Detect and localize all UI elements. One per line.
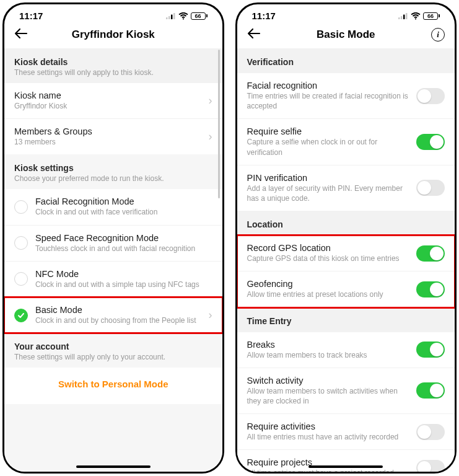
row-facial-recognition[interactable]: Facial recognition Time entries will be … <box>237 73 455 119</box>
svg-rect-7 <box>403 15 405 20</box>
mode-facial[interactable]: Facial Recognition Mode Clock in and out… <box>4 189 222 225</box>
toggle-geofencing[interactable] <box>416 281 445 298</box>
radio-unchecked[interactable] <box>14 200 28 214</box>
signal-icon <box>398 12 408 19</box>
wifi-icon <box>411 12 421 20</box>
row-members[interactable]: Members & Groups 13 members › <box>4 119 222 154</box>
chevron-right-icon: › <box>209 94 212 107</box>
highlight-location: Record GPS location Capture GPS data of … <box>237 236 455 307</box>
back-button[interactable] <box>14 28 28 42</box>
svg-rect-2 <box>171 15 173 20</box>
toggle-require-activities[interactable] <box>416 424 445 440</box>
toggle-switch-activity[interactable] <box>416 382 445 399</box>
row-geofencing[interactable]: Geofencing Allow time entries at preset … <box>237 271 455 307</box>
status-time: 11:17 <box>19 11 43 21</box>
chevron-right-icon: › <box>209 309 212 322</box>
toggle-gps[interactable] <box>416 245 445 262</box>
row-require-activities[interactable]: Require activities All time entries must… <box>237 414 455 450</box>
svg-rect-0 <box>166 17 168 19</box>
battery-icon: 66 <box>191 12 208 20</box>
back-button[interactable] <box>247 28 261 42</box>
phone-right: 11:17 66 Basic Mode i Verification Facia… <box>235 2 457 474</box>
home-indicator[interactable] <box>76 465 151 469</box>
toggle-require-projects[interactable] <box>416 460 445 472</box>
content: Verification Facial recognition Time ent… <box>237 48 455 472</box>
row-switch-activity[interactable]: Switch activity Allow team members to sw… <box>237 368 455 414</box>
radio-unchecked[interactable] <box>14 272 28 286</box>
svg-point-4 <box>182 18 183 19</box>
status-bar: 11:17 66 <box>4 4 222 24</box>
status-time: 11:17 <box>252 11 276 21</box>
home-indicator[interactable] <box>308 465 383 469</box>
signal-icon <box>166 12 176 19</box>
info-button[interactable]: i <box>431 28 445 42</box>
toggle-breaks[interactable] <box>416 342 445 358</box>
section-kiosk-settings: Kiosk settings Choose your preferred mod… <box>4 154 222 189</box>
status-icons: 66 <box>166 12 208 20</box>
section-your-account: Your account These settings will apply o… <box>4 333 222 368</box>
battery-icon: 66 <box>423 12 440 20</box>
navbar: Gryffindor Kiosk <box>4 24 222 48</box>
mode-basic[interactable]: Basic Mode Clock in and out by choosing … <box>4 298 222 333</box>
toggle-selfie[interactable] <box>416 134 445 150</box>
svg-rect-6 <box>401 16 403 19</box>
page-title: Gryffindor Kiosk <box>72 29 155 41</box>
mode-nfc[interactable]: NFC Mode Clock in and out with a simple … <box>4 262 222 298</box>
chevron-right-icon: › <box>209 130 212 143</box>
radio-unchecked[interactable] <box>14 236 28 250</box>
toggle-facial[interactable] <box>416 88 445 104</box>
row-pin-verification[interactable]: PIN verification Add a layer of security… <box>237 165 455 211</box>
row-record-gps[interactable]: Record GPS location Capture GPS data of … <box>237 236 455 271</box>
page-title: Basic Mode <box>317 29 375 41</box>
section-time-entry: Time Entry <box>237 307 455 332</box>
svg-rect-3 <box>173 13 175 19</box>
phone-left: 11:17 66 Gryffindor Kiosk Kiosk details … <box>2 2 224 474</box>
section-verification: Verification <box>237 48 455 73</box>
row-require-selfie[interactable]: Require selfie Capture a selfie when clo… <box>237 119 455 165</box>
status-icons: 66 <box>398 12 440 20</box>
switch-personal-mode-button[interactable]: Switch to Personal Mode <box>4 368 222 404</box>
svg-rect-8 <box>406 13 408 19</box>
toggle-pin[interactable] <box>416 180 445 196</box>
mode-speed-face[interactable]: Speed Face Recognition Mode Touchless cl… <box>4 226 222 262</box>
section-location: Location <box>237 211 455 236</box>
row-kiosk-name[interactable]: Kiosk name Gryffindor Kiosk › <box>4 83 222 119</box>
highlight-basic-mode: Basic Mode Clock in and out by choosing … <box>4 298 222 333</box>
wifi-icon <box>178 12 188 20</box>
status-bar: 11:17 66 <box>237 4 455 24</box>
content: Kiosk details These settings will only a… <box>4 48 222 472</box>
scrollbar[interactable] <box>218 50 220 198</box>
svg-rect-1 <box>168 16 170 19</box>
section-kiosk-details: Kiosk details These settings will only a… <box>4 48 222 83</box>
row-require-projects[interactable]: Require projects All time entries must h… <box>237 450 455 472</box>
svg-point-9 <box>415 18 416 19</box>
svg-rect-5 <box>398 17 400 19</box>
radio-checked[interactable] <box>14 309 28 322</box>
navbar: Basic Mode i <box>237 24 455 48</box>
row-breaks[interactable]: Breaks Allow team members to track break… <box>237 332 455 368</box>
